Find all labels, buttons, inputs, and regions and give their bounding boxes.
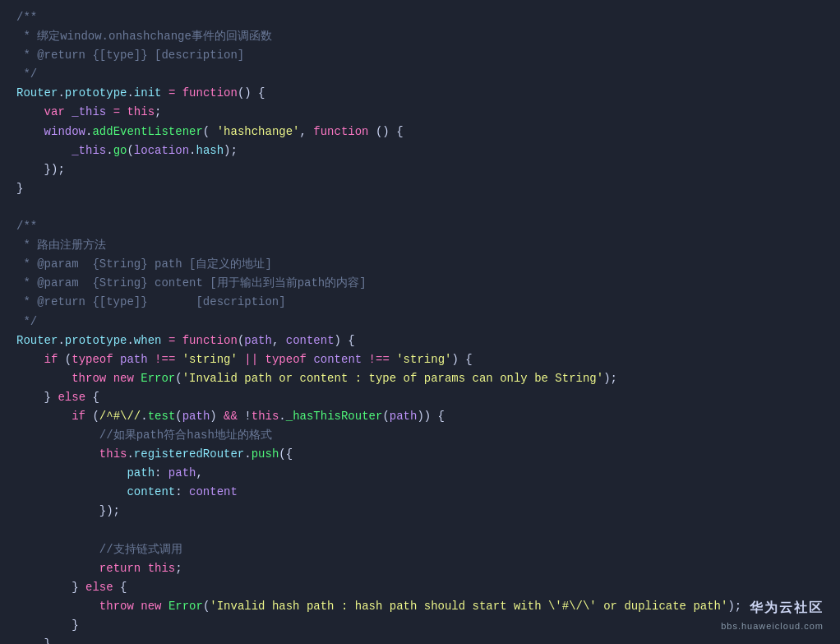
code-line-15: * @param {String} content [用于输出到当前path的内… [16, 274, 824, 293]
watermark: 华为云社区 bbs.huaweicloud.com [721, 597, 824, 634]
code-line-17: */ [16, 313, 824, 331]
code-line-28 [16, 521, 824, 540]
code-line-29: //支持链式调用 [16, 540, 824, 559]
code-line-2: * 绑定window.onhashchange事件的回调函数 [16, 27, 824, 46]
watermark-url: bbs.huaweicloud.com [721, 619, 824, 634]
code-line-7: window.addEventListener( 'hashchange', f… [16, 123, 824, 141]
code-line-5: Router.prototype.init = function() { [16, 84, 824, 103]
code-container: /** * 绑定window.onhashchange事件的回调函数 * @re… [0, 0, 840, 644]
code-line-27: }); [16, 502, 824, 521]
code-line-14: * @param {String} path [自定义的地址] [16, 255, 824, 274]
code-line-22: if (/^#\//.test(path) && !this._hasThisR… [16, 407, 824, 426]
code-line-34: } [16, 635, 824, 644]
code-line-26: content: content [16, 483, 824, 502]
code-line-23: //如果path符合hash地址的格式 [16, 426, 824, 445]
code-line-10: } [16, 179, 824, 198]
code-line-33: } [16, 616, 824, 635]
code-line-9: }); [16, 160, 824, 179]
code-line-19: if (typeof path !== 'string' || typeof c… [16, 350, 824, 369]
watermark-brand: 华为云社区 [721, 597, 824, 619]
code-line-32: throw new Error('Invalid hash path : has… [16, 597, 824, 616]
code-line-25: path: path, [16, 464, 824, 483]
code-line-6: var _this = this; [16, 103, 824, 122]
code-line-16: * @return {[type]} [description] [16, 293, 824, 312]
code-line-20: throw new Error('Invalid path or content… [16, 369, 824, 388]
code-line-3: * @return {[type]} [description] [16, 46, 824, 65]
code-line-18: Router.prototype.when = function(path, c… [16, 331, 824, 350]
code-line-1: /** [16, 8, 824, 27]
code-line-30: return this; [16, 559, 824, 578]
code-line-4: */ [16, 65, 824, 84]
code-line-8: _this.go(location.hash); [16, 141, 824, 160]
code-line-24: this.registeredRouter.push({ [16, 445, 824, 464]
code-line-13: * 路由注册方法 [16, 236, 824, 255]
code-line-21: } else { [16, 388, 824, 407]
code-line-12: /** [16, 217, 824, 236]
code-line-11 [16, 198, 824, 217]
code-line-31: } else { [16, 578, 824, 597]
